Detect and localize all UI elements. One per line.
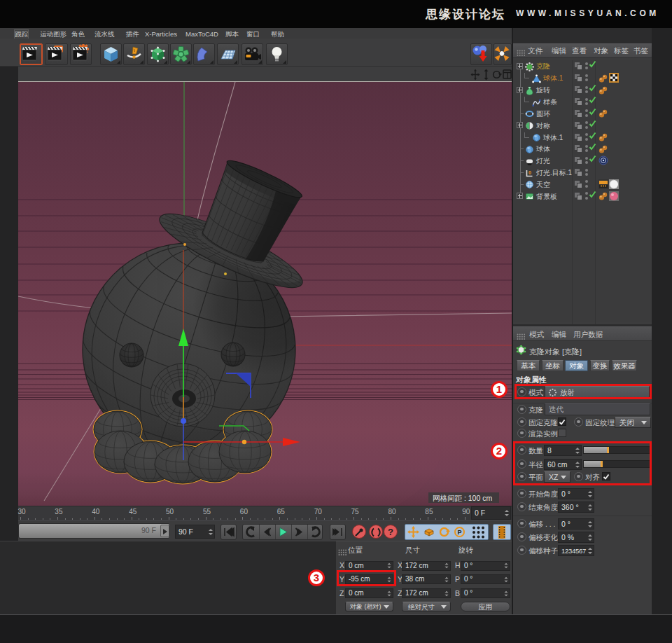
svg-text:0: 0 bbox=[528, 170, 531, 175]
svg-text:网格间距 : 100 cm: 网格间距 : 100 cm bbox=[433, 494, 492, 502]
